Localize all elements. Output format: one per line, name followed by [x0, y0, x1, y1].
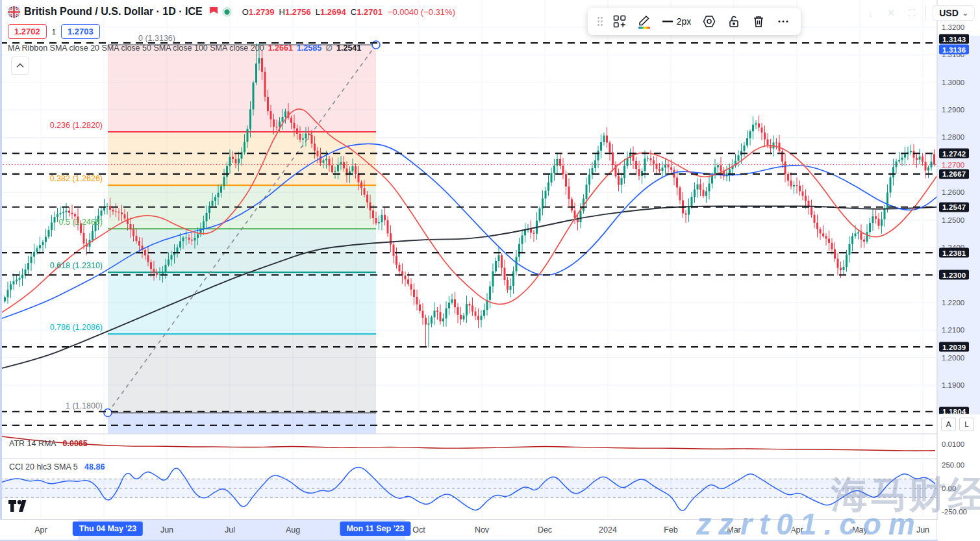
watermark-site: zzrt01.com	[696, 507, 922, 541]
price-axis[interactable]: 1.32001.31001.30001.29001.28001.27001.26…	[938, 0, 980, 541]
market-status-dot-icon	[222, 7, 232, 17]
ma-value: 1.2541	[336, 44, 361, 53]
ma-value: ∅	[325, 44, 333, 53]
hexagon-settings-icon	[702, 15, 716, 28]
pencil-color-icon	[637, 14, 651, 29]
price-level-badge: 1.3136	[939, 45, 969, 55]
color-button[interactable]	[633, 10, 655, 32]
chevron-down-icon: ⌄	[962, 9, 968, 18]
price-tick: 1.2600	[942, 188, 964, 196]
log-scale-button[interactable]: L	[959, 418, 974, 431]
ohlc-item: H1.2756	[279, 7, 311, 17]
fib-level-label: 0.236 (1.2820)	[5, 121, 103, 130]
lock-open-icon	[728, 15, 740, 28]
gbp-flag-icon	[8, 6, 20, 18]
chart-canvas[interactable]	[0, 0, 980, 541]
flag-bookmark-icon[interactable]	[209, 6, 218, 17]
chevron-up-icon	[16, 63, 24, 68]
layout-grid-plus-icon	[613, 15, 626, 28]
price-tick: 1.2700	[942, 161, 964, 169]
symbol-title[interactable]: British Pound / U.S. Dollar · 1D · ICE	[24, 6, 203, 18]
ohlc-item: O1.2739	[242, 7, 275, 17]
cci-axis-tick: 250.00	[942, 461, 964, 469]
sell-button[interactable]: 1.2702	[8, 24, 47, 39]
axis-mode-panel: A L	[938, 414, 980, 434]
template-button[interactable]	[609, 10, 631, 32]
price-tick: 1.2500	[942, 216, 964, 224]
collapse-icon[interactable]: ✕	[884, 7, 898, 19]
time-range-badge[interactable]: Mon 11 Sep '23	[340, 522, 410, 536]
time-tick: Oct	[412, 525, 425, 535]
ohlc-values: O1.2739H1.2756L1.2694C1.2701	[242, 7, 383, 17]
time-tick: Jun	[160, 525, 173, 535]
line-width-icon	[662, 20, 673, 23]
time-tick: Feb	[664, 525, 678, 535]
fib-level-label: 0.382 (1.2626)	[5, 174, 103, 183]
divider	[925, 6, 926, 20]
line-width-button[interactable]: 2px	[658, 10, 696, 32]
atr-legend[interactable]: ATR 14 RMA 0.0065	[9, 439, 88, 448]
price-tick: 1.2800	[942, 133, 964, 141]
drag-dots-icon	[597, 16, 603, 27]
settings-button[interactable]	[698, 10, 720, 32]
price-level-badge: 1.2742	[939, 149, 969, 158]
atr-title: ATR 14 RMA	[9, 439, 56, 448]
time-tick: Apr	[34, 525, 47, 535]
more-button[interactable]	[772, 10, 794, 32]
toolbar-drag-handle[interactable]	[594, 10, 606, 32]
line-width-label: 2px	[677, 16, 692, 27]
time-tick: Aug	[286, 525, 300, 535]
left-edge-strip	[0, 0, 2, 541]
time-tick: Dec	[538, 525, 552, 535]
fib-level-label: 0.5 (1.2468)	[5, 218, 103, 227]
atr-pane	[0, 436, 935, 451]
drawing-toolbar: 2px	[588, 8, 801, 35]
price-level-badge: 1.2300	[939, 270, 969, 280]
price-level-badge: 1.2039	[939, 342, 969, 352]
price-tick: 1.2000	[942, 354, 964, 362]
currency-label: USD	[939, 8, 959, 18]
chart-window: British Pound / U.S. Dollar · 1D · ICE O…	[0, 0, 980, 541]
ohlc-item: C1.2701	[351, 7, 383, 17]
ma-value: 1.2585	[297, 44, 321, 53]
atr-axis-tick: 0.0100	[942, 440, 964, 448]
atr-value: 0.0065	[63, 439, 88, 448]
cci-legend[interactable]: CCI 20 hlc3 SMA 5 48.86	[9, 462, 105, 472]
maximize-icon[interactable]: ⛶	[905, 7, 919, 19]
fib-level-label: 0.618 (1.2310)	[5, 261, 103, 270]
time-range-badge[interactable]: Thu 04 May '23	[73, 522, 143, 536]
fib-level-label: 0.786 (1.2086)	[5, 323, 103, 332]
ma-ribbon-values: 1.26611.2585∅1.2541	[264, 44, 362, 53]
fib-level-label: 1 (1.1800)	[5, 401, 103, 410]
price-tick: 1.2100	[942, 326, 964, 334]
price-tick: 1.1900	[942, 381, 964, 389]
symbol-row: British Pound / U.S. Dollar · 1D · ICE O…	[8, 4, 455, 19]
topright-controls: ↓ ✕ ⛶ USD ⌄	[863, 5, 975, 21]
delete-button[interactable]	[748, 10, 770, 32]
quote-row: 1.2702 1 1.2703	[8, 24, 455, 39]
change-value: −0.0040 (−0.31%)	[388, 7, 455, 17]
price-level-badge: 1.2667	[939, 169, 969, 179]
download-icon[interactable]: ↓	[863, 8, 877, 19]
ma-ribbon-title: MA Ribbon SMA close 20 SMA close 50 SMA …	[8, 44, 264, 53]
price-level-badge: 1.2381	[939, 248, 969, 258]
ellipsis-icon	[777, 19, 789, 23]
time-tick: Nov	[475, 525, 489, 535]
lock-button[interactable]	[723, 10, 745, 32]
price-level-badge: 1.2547	[939, 202, 969, 212]
time-tick: Jul	[225, 525, 235, 535]
currency-selector[interactable]: USD ⌄	[933, 5, 975, 21]
auto-scale-button[interactable]: A	[941, 418, 956, 431]
price-tick: 1.2200	[942, 299, 964, 307]
time-tick: 2024	[599, 525, 617, 535]
chart-legend: British Pound / U.S. Dollar · 1D · ICE O…	[8, 4, 455, 53]
cci-title: CCI 20 hlc3 SMA 5	[9, 462, 78, 472]
collapse-panel-button[interactable]	[11, 57, 29, 75]
tradingview-logo[interactable]	[8, 499, 27, 512]
price-tick: 1.2900	[942, 106, 964, 114]
cci-value: 48.86	[84, 462, 105, 472]
fib-retracement	[108, 45, 376, 434]
buy-button[interactable]: 1.2703	[61, 24, 100, 39]
price-level-badge: 1.3143	[939, 34, 969, 44]
ma-ribbon-legend[interactable]: MA Ribbon SMA close 20 SMA close 50 SMA …	[8, 43, 455, 53]
